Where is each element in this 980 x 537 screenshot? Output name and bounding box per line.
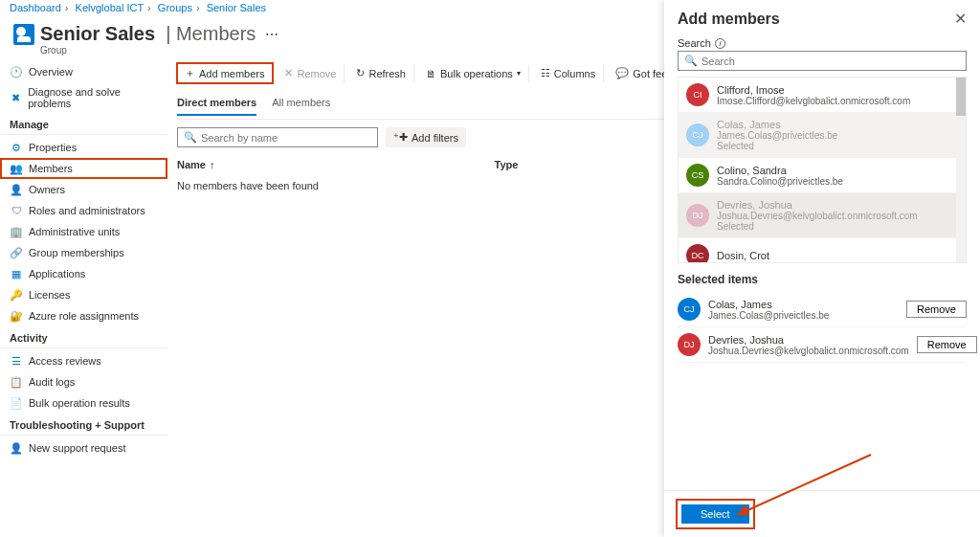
scrollbar-thumb[interactable]: [956, 78, 966, 116]
result-item[interactable]: CSColino, SandraSandra.Colino@priveictle…: [679, 158, 966, 193]
nav-item-members[interactable]: 👥Members: [0, 158, 167, 179]
selected-email: Joshua.Devries@kelvglobalict.onmicrosoft…: [708, 346, 909, 356]
left-nav: 🕐Overview✖Diagnose and solve problems Ma…: [0, 56, 167, 537]
nav-label: Applications: [29, 268, 85, 280]
crumb-groups[interactable]: Groups: [158, 2, 192, 13]
nav-item-diagnose-and-solve-problems[interactable]: ✖Diagnose and solve problems: [0, 82, 167, 113]
more-button[interactable]: ⋯: [265, 27, 278, 42]
page-section: Members: [176, 23, 256, 44]
nav-label: Diagnose and solve problems: [28, 86, 158, 109]
result-email: James.Colas@priveictles.be: [717, 130, 837, 141]
nav-label: Audit logs: [29, 376, 75, 388]
add-filters-label: Add filters: [412, 132, 458, 144]
nav-icon: 🔗: [10, 246, 23, 259]
result-item[interactable]: CIClifford, ImoseImose.Clifford@kelvglob…: [679, 78, 966, 113]
crumb-current[interactable]: Senior Sales: [207, 2, 266, 13]
nav-icon: 🏢: [10, 225, 23, 238]
columns-icon: ☷: [541, 67, 550, 79]
scrollbar[interactable]: [956, 78, 966, 262]
member-search-box[interactable]: 🔍: [177, 127, 378, 147]
col-name[interactable]: Name ↑: [177, 159, 495, 170]
nav-icon: ☰: [10, 354, 23, 368]
result-name: Devries, Joshua: [717, 199, 918, 211]
columns-label: Columns: [554, 68, 595, 79]
selected-item: DJDevries, JoshuaJoshua.Devries@kelvglob…: [678, 327, 967, 363]
result-item[interactable]: DJDevries, JoshuaJoshua.Devries@kelvglob…: [679, 193, 966, 238]
selected-items-title: Selected items: [678, 273, 967, 286]
nav-icon: ▦: [10, 267, 23, 280]
result-item[interactable]: DCDosin, Crot: [679, 238, 966, 263]
nav-icon: 📄: [10, 396, 23, 410]
remove-button[interactable]: ✕ Remove: [277, 64, 345, 82]
panel-search-box[interactable]: 🔍: [678, 51, 967, 71]
close-panel-button[interactable]: ✕: [954, 10, 967, 28]
result-email: Sandra.Colino@priveictles.be: [717, 176, 843, 187]
nav-item-audit-logs[interactable]: 📋Audit logs: [0, 371, 167, 392]
columns-button[interactable]: ☷ Columns: [533, 64, 604, 82]
nav-icon: ⚙: [10, 141, 23, 154]
nav-label: Roles and administrators: [29, 205, 145, 216]
feedback-icon: 💬: [615, 67, 629, 79]
avatar: CI: [686, 83, 709, 106]
add-members-button[interactable]: ＋ Add members: [177, 63, 273, 83]
select-button-highlight: Select: [678, 501, 753, 527]
selected-email: James.Colas@priveictles.be: [708, 310, 899, 321]
refresh-label: Refresh: [368, 68, 406, 79]
refresh-icon: ↻: [356, 67, 365, 79]
nav-item-administrative-units[interactable]: 🏢Administrative units: [0, 221, 167, 242]
panel-title: Add members: [678, 11, 780, 28]
nav-icon: 🔑: [10, 288, 23, 302]
tab-direct-members[interactable]: Direct members: [177, 93, 256, 116]
nav-icon: 🔐: [10, 309, 23, 323]
tab-all-members[interactable]: All members: [272, 93, 330, 115]
selected-item: CJColas, JamesJames.Colas@priveictles.be…: [678, 292, 967, 327]
selected-name: Colas, James: [708, 299, 899, 310]
crumb-tenant[interactable]: Kelvglobal ICT: [76, 2, 145, 13]
add-filters-button[interactable]: ⁺✚ Add filters: [386, 127, 466, 147]
nav-item-roles-and-administrators[interactable]: 🛡Roles and administrators: [0, 200, 167, 221]
nav-label: Access reviews: [29, 355, 101, 367]
nav-item-new-support-request[interactable]: 👤New support request: [0, 437, 167, 459]
nav-item-owners[interactable]: 👤Owners: [0, 179, 167, 200]
nav-item-properties[interactable]: ⚙Properties: [0, 137, 167, 158]
nav-section-manage: Manage: [0, 113, 167, 135]
add-members-panel: Add members ✕ Search i 🔍 CIClifford, Imo…: [664, 0, 980, 537]
nav-item-licenses[interactable]: 🔑Licenses: [0, 284, 167, 305]
info-icon[interactable]: i: [715, 38, 725, 49]
nav-label: Bulk operation results: [29, 397, 130, 409]
avatar: DJ: [686, 204, 709, 227]
sort-icon: ↑: [210, 159, 215, 170]
avatar: DC: [686, 244, 709, 263]
x-icon: ✕: [284, 67, 293, 79]
selected-name: Devries, Joshua: [708, 334, 909, 346]
nav-label: Group memberships: [29, 247, 124, 258]
remove-selected-button[interactable]: Remove: [906, 301, 967, 318]
nav-section-trouble: Troubleshooting + Support: [0, 414, 167, 436]
result-item[interactable]: CJColas, JamesJames.Colas@priveictles.be…: [679, 113, 966, 158]
plus-icon: ＋: [185, 66, 195, 80]
result-name: Clifford, Imose: [717, 84, 910, 96]
bulk-icon: 🗎: [426, 68, 436, 79]
remove-label: Remove: [297, 68, 336, 79]
nav-icon: 👤: [10, 441, 23, 455]
avatar: CJ: [686, 123, 709, 146]
search-icon: 🔍: [184, 131, 197, 144]
nav-item-overview[interactable]: 🕐Overview: [0, 61, 167, 82]
crumb-dashboard[interactable]: Dashboard: [10, 2, 61, 13]
nav-item-azure-role-assignments[interactable]: 🔐Azure role assignments: [0, 305, 167, 326]
nav-item-access-reviews[interactable]: ☰Access reviews: [0, 350, 167, 371]
result-email: Imose.Clifford@kelvglobalict.onmicrosoft…: [717, 96, 910, 106]
nav-item-applications[interactable]: ▦Applications: [0, 263, 167, 284]
remove-selected-button[interactable]: Remove: [917, 336, 977, 353]
bulk-label: Bulk operations: [440, 68, 513, 79]
panel-search-input[interactable]: [702, 56, 960, 67]
nav-label: Owners: [29, 184, 65, 195]
bulk-button[interactable]: 🗎 Bulk operations ▾: [418, 65, 529, 82]
member-search-input[interactable]: [201, 132, 371, 144]
refresh-button[interactable]: ↻ Refresh: [348, 64, 414, 82]
nav-label: New support request: [29, 442, 126, 454]
filter-icon: ⁺✚: [393, 131, 408, 144]
nav-item-group-memberships[interactable]: 🔗Group memberships: [0, 242, 167, 263]
select-button[interactable]: Select: [681, 504, 749, 524]
nav-item-bulk-operation-results[interactable]: 📄Bulk operation results: [0, 392, 167, 414]
